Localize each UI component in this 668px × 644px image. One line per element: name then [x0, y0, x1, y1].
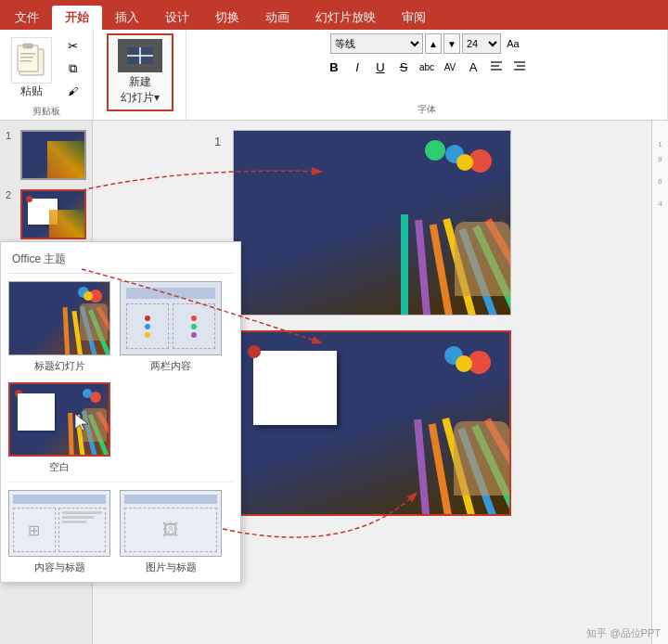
ruler-tick-3: 8 — [652, 154, 668, 165]
dropdown-title: Office 主题 — [8, 250, 233, 274]
text-shadow-button[interactable]: abc — [417, 57, 437, 77]
layout-name-content-title: 内容与标题 — [34, 560, 85, 574]
ribbon-tabs: 文件 开始 插入 设计 切换 动画 幻灯片放映 审阅 — [0, 0, 668, 30]
layout-thumb-two-col — [120, 281, 222, 355]
tab-review[interactable]: 审阅 — [389, 6, 439, 30]
strikethrough-button[interactable]: S — [393, 57, 414, 77]
italic-button[interactable]: I — [347, 57, 367, 77]
new-slide-group: 新建幻灯片▾ — [94, 30, 186, 120]
svg-rect-2 — [23, 44, 32, 48]
ribbon-content: 粘贴 ✂ ⧉ 🖌 剪贴板 — [0, 30, 668, 121]
new-slide-button[interactable]: 新建幻灯片▾ — [107, 33, 173, 111]
layout-row-bottom: ⊞ 内容与标题 — [8, 482, 233, 574]
font-size-decrease[interactable]: ▼ — [443, 33, 460, 54]
layout-thumb-content-title: ⊞ — [8, 490, 110, 557]
ruler: 1 8 6 4 — [651, 121, 668, 644]
ruler-tick-1: 1 — [652, 139, 668, 150]
slide-thumb-2[interactable]: 2 — [4, 187, 88, 241]
slide-thumb-image-1 — [20, 130, 86, 180]
ruler-tick-7: 6 — [652, 176, 668, 187]
font-family-select[interactable]: 等线 宋体 微软雅黑 — [330, 33, 423, 54]
slide-thumb-1[interactable]: 1 — [4, 128, 88, 182]
svg-rect-4 — [20, 57, 33, 58]
paste-label: 粘贴 — [20, 84, 43, 99]
layout-item-title[interactable]: 标题幻灯片 — [8, 281, 110, 373]
char-spacing-button[interactable]: AV — [440, 57, 460, 77]
font-size-select[interactable]: 24 18 28 32 36 — [462, 33, 501, 54]
font-size-increase[interactable]: ▲ — [425, 33, 442, 54]
layout-item-pic-title[interactable]: 🖼 图片与标题 — [120, 490, 222, 574]
tab-animation[interactable]: 动画 — [252, 6, 302, 30]
font-row-2: B I U S abc AV A — [324, 57, 530, 77]
font-group: 等线 宋体 微软雅黑 ▲ ▼ 24 18 28 32 36 Aa B I U — [186, 30, 668, 120]
layout-item-content-title[interactable]: ⊞ 内容与标题 — [8, 490, 110, 574]
ribbon: 文件 开始 插入 设计 切换 动画 幻灯片放映 审阅 — [0, 0, 668, 121]
font-group-label: 字体 — [418, 101, 436, 116]
layout-name-title: 标题幻灯片 — [34, 359, 85, 373]
layout-thumb-pic-title: 🖼 — [120, 490, 222, 557]
slide-canvas-1[interactable] — [233, 130, 511, 316]
tab-slideshow[interactable]: 幻灯片放映 — [302, 6, 389, 30]
slide-thumb-number-2: 2 — [6, 189, 17, 200]
bold-button[interactable]: B — [324, 57, 344, 77]
svg-marker-16 — [75, 414, 88, 431]
tab-transition[interactable]: 切换 — [202, 6, 252, 30]
layout-item-two-col[interactable]: 两栏内容 — [120, 281, 222, 373]
copy-button[interactable]: ⧉ — [59, 58, 85, 79]
tab-home[interactable]: 开始 — [52, 6, 102, 30]
align-left-button[interactable] — [486, 57, 507, 77]
ruler-tick-11: 4 — [652, 199, 668, 210]
tab-file[interactable]: 文件 — [2, 6, 52, 30]
layout-thumb-blank — [8, 382, 110, 457]
clear-format-button[interactable]: Aa — [503, 33, 523, 54]
new-slide-label: 新建幻灯片▾ — [121, 74, 160, 106]
svg-rect-5 — [20, 60, 32, 62]
underline-button[interactable]: U — [370, 57, 391, 77]
layout-item-blank[interactable]: 空白 — [8, 382, 110, 474]
font-color-button[interactable]: A — [463, 57, 483, 77]
slide-thumb-number-1: 1 — [6, 130, 17, 141]
layout-name-blank: 空白 — [49, 460, 70, 474]
main-area: 1 2 1 — [0, 121, 668, 644]
cut-button[interactable]: ✂ — [59, 36, 85, 57]
layout-name-pic-title: 图片与标题 — [146, 560, 197, 574]
new-slide-dropdown: Office 主题 — [0, 241, 241, 583]
clipboard-small-buttons: ✂ ⧉ 🖌 — [59, 33, 85, 103]
canvas-slide-2: 2 — [233, 330, 511, 516]
slide-thumb-image-2 — [20, 189, 86, 239]
align-right-button[interactable] — [509, 57, 530, 77]
clipboard-group-label: 剪贴板 — [32, 103, 60, 118]
tab-design[interactable]: 设计 — [152, 6, 202, 30]
canvas-slide-1: 1 — [233, 130, 511, 316]
paste-button[interactable]: 粘贴 — [7, 33, 56, 103]
layout-name-two-col: 两栏内容 — [150, 359, 191, 373]
layout-thumb-title — [8, 281, 110, 355]
slide-canvas-2[interactable] — [233, 330, 511, 516]
svg-rect-1 — [18, 45, 38, 71]
svg-rect-3 — [20, 53, 35, 55]
tab-insert[interactable]: 插入 — [102, 6, 152, 30]
clipboard-group: 粘贴 ✂ ⧉ 🖌 剪贴板 — [0, 30, 94, 120]
canvas-slide-number-1: 1 — [214, 135, 221, 148]
font-row-1: 等线 宋体 微软雅黑 ▲ ▼ 24 18 28 32 36 Aa — [330, 33, 523, 54]
layout-grid: 标题幻灯片 — [8, 281, 233, 474]
watermark: 知乎 @品位PPT — [586, 626, 661, 640]
format-painter-button[interactable]: 🖌 — [59, 81, 85, 101]
